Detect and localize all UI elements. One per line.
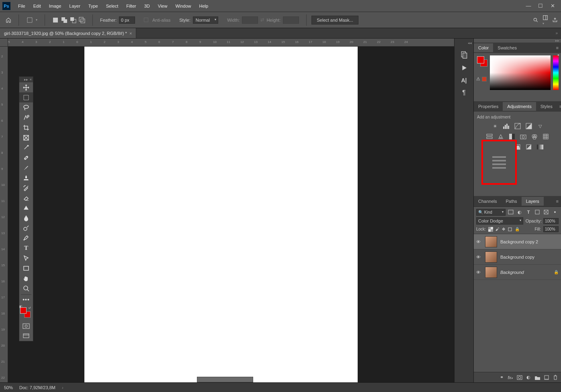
- opacity-input[interactable]: [543, 218, 559, 224]
- gamut-color[interactable]: [482, 77, 487, 82]
- brush-tool[interactable]: [19, 163, 33, 173]
- filter-type-icon[interactable]: T: [525, 208, 532, 216]
- lock-artboard-icon[interactable]: [508, 227, 512, 232]
- filter-adjust-icon[interactable]: ◐: [516, 208, 523, 216]
- paragraph-icon[interactable]: ¶: [462, 89, 466, 96]
- menu-edit[interactable]: Edit: [30, 2, 45, 10]
- fill-input[interactable]: [543, 226, 559, 232]
- search-icon[interactable]: [533, 17, 538, 23]
- photo-filter-icon[interactable]: [520, 133, 527, 140]
- dodge-tool[interactable]: [19, 223, 33, 233]
- shape-tool[interactable]: [19, 263, 33, 273]
- vibrance-icon[interactable]: ▽: [536, 122, 544, 130]
- canvas[interactable]: [84, 47, 358, 382]
- menu-image[interactable]: Image: [45, 2, 65, 10]
- color-lookup-icon[interactable]: [542, 133, 549, 140]
- add-selection-icon[interactable]: [61, 17, 68, 23]
- eyedropper-tool[interactable]: [19, 143, 33, 153]
- delete-layer-icon[interactable]: [553, 375, 558, 380]
- blur-tool[interactable]: [19, 213, 33, 223]
- selective-color-icon[interactable]: [525, 143, 532, 151]
- layer-name[interactable]: Background: [500, 270, 524, 275]
- type-tool[interactable]: T: [19, 243, 33, 253]
- filter-smart-icon[interactable]: [543, 208, 550, 216]
- ruler-horizontal[interactable]: 5432101234567891011121314151617181920212…: [8, 39, 454, 47]
- foreground-color[interactable]: [477, 56, 484, 63]
- close-button[interactable]: ✕: [547, 1, 559, 11]
- eraser-tool[interactable]: [19, 193, 33, 203]
- tabs-expand-icon[interactable]: »: [552, 31, 561, 35]
- lock-all-icon[interactable]: 🔒: [515, 227, 520, 232]
- share-icon[interactable]: [552, 17, 558, 23]
- brightness-icon[interactable]: ☀: [491, 122, 499, 130]
- link-layers-icon[interactable]: ⚭: [500, 375, 504, 380]
- doc-size[interactable]: Doc: 7,92M/23,8M: [19, 385, 55, 390]
- lock-position-icon[interactable]: ✥: [502, 227, 505, 232]
- style-select[interactable]: Normal ▾: [193, 16, 218, 24]
- character-icon[interactable]: A|: [461, 77, 467, 84]
- tab-properties[interactable]: Properties: [474, 102, 503, 111]
- screenmode-tool[interactable]: [19, 331, 33, 341]
- tab-close-icon[interactable]: ×: [129, 31, 132, 36]
- layer-name[interactable]: Background copy: [500, 255, 534, 259]
- layer-thumbnail[interactable]: [485, 267, 497, 278]
- toolbox-expand-icon[interactable]: ▸▸: [24, 78, 28, 82]
- toolbox-close-icon[interactable]: ×: [30, 78, 32, 82]
- menu-window[interactable]: Window: [172, 2, 195, 10]
- layer-thumbnail[interactable]: [485, 236, 497, 247]
- menu-select[interactable]: Select: [102, 2, 122, 10]
- bw-icon[interactable]: [508, 133, 516, 140]
- menu-help[interactable]: Help: [196, 2, 212, 10]
- tab-paths[interactable]: Paths: [501, 197, 521, 206]
- ruler-vertical[interactable]: 2345678910111213141516171819202122: [0, 47, 8, 382]
- move-tool[interactable]: [19, 82, 33, 92]
- new-adjustment-icon[interactable]: ◐: [526, 375, 530, 380]
- home-button[interactable]: [3, 15, 14, 25]
- layers-panel-menu-icon[interactable]: ≡: [554, 199, 561, 204]
- history-icon[interactable]: [460, 51, 468, 59]
- minimize-button[interactable]: —: [522, 1, 534, 11]
- pen-tool[interactable]: [19, 233, 33, 243]
- actions-play-icon[interactable]: [461, 64, 468, 71]
- gamut-warning-icon[interactable]: ⚠: [476, 76, 480, 82]
- layer-item[interactable]: 👁 Background copy: [474, 249, 561, 265]
- dock-collapse-icon[interactable]: ◂◂: [455, 41, 473, 45]
- gradient-map-icon[interactable]: [536, 143, 544, 151]
- panels-collapse-icon[interactable]: ▸▸: [474, 39, 561, 43]
- zoom-tool[interactable]: [19, 283, 33, 293]
- new-group-icon[interactable]: [534, 375, 540, 380]
- hue-slider[interactable]: [553, 55, 559, 90]
- layer-visibility-icon[interactable]: 👁: [476, 255, 482, 259]
- zoom-level[interactable]: 50%: [4, 385, 13, 390]
- layer-visibility-icon[interactable]: 👁: [476, 270, 482, 275]
- channel-mixer-icon[interactable]: [531, 133, 538, 140]
- tab-swatches[interactable]: Swatches: [493, 43, 521, 52]
- lock-transparency-icon[interactable]: [488, 227, 493, 232]
- crop-tool[interactable]: [19, 122, 33, 133]
- quickmask-tool[interactable]: [19, 321, 33, 331]
- layer-item[interactable]: 👁 Background copy 2: [474, 234, 561, 249]
- document-tab[interactable]: girl-3033718_1920.jpg @ 50% (Background …: [0, 28, 136, 38]
- gradient-tool[interactable]: [19, 203, 33, 213]
- tool-preset[interactable]: ▾: [24, 16, 40, 24]
- blend-mode-select[interactable]: Color Dodge▾: [476, 217, 523, 225]
- menu-type[interactable]: Type: [85, 2, 102, 10]
- tab-styles[interactable]: Styles: [536, 102, 557, 111]
- levels-icon[interactable]: [503, 122, 510, 130]
- clone-stamp-tool[interactable]: [19, 173, 33, 183]
- layer-filter-select[interactable]: 🔍 Kind ▾: [476, 209, 506, 216]
- layer-item[interactable]: 👁 Background 🔒: [474, 265, 561, 280]
- select-mask-button[interactable]: Select and Mask...: [311, 16, 358, 24]
- new-selection-icon[interactable]: [52, 17, 59, 23]
- tab-color[interactable]: Color: [474, 43, 493, 52]
- adjust-panel-menu-icon[interactable]: ≡: [557, 104, 561, 109]
- color-balance-icon[interactable]: [497, 133, 504, 140]
- filter-toggle[interactable]: •: [551, 208, 559, 216]
- hue-icon[interactable]: [486, 133, 493, 140]
- curves-icon[interactable]: [514, 122, 521, 130]
- layer-mask-icon[interactable]: [517, 375, 522, 380]
- workspace-icon[interactable]: ▾: [543, 15, 548, 25]
- subtract-selection-icon[interactable]: [70, 17, 76, 23]
- color-spectrum[interactable]: ○: [490, 55, 551, 90]
- layer-fx-icon[interactable]: fx▾: [508, 375, 513, 380]
